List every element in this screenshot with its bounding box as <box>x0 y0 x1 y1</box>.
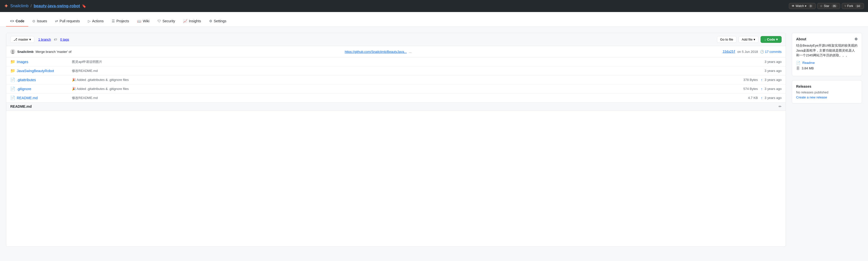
star-count: 35 <box>831 4 837 7</box>
watch-button[interactable]: 👁 Watch ▾ 0 <box>789 3 816 9</box>
file-commit-message: 🎉 Added .gitattributes & .gitignore file… <box>72 87 408 91</box>
star-icon: ☆ <box>820 4 823 8</box>
commit-author[interactable]: Snailclimb <box>17 50 34 54</box>
sidebar: About ⚙ 结合BeautyEye开源UI框架实现的较美观的Java桌面程序… <box>792 33 862 247</box>
fork-label: Fork <box>847 4 853 8</box>
file-row: 📁Images图灵api申请说明图片3 years ago <box>6 57 785 66</box>
file-name[interactable]: JavaSwingBeautyRobot <box>17 69 72 73</box>
tab-security[interactable]: 🛡 Security <box>154 16 179 27</box>
bookmark-icon[interactable]: 🔖 <box>82 4 86 8</box>
upload-icon: ↑ <box>761 96 763 100</box>
settings-tab-icon: ⚙ <box>209 19 212 23</box>
security-tab-icon: 🛡 <box>157 19 161 23</box>
commit-count: 🕐 17 commits <box>760 50 782 54</box>
about-label: About <box>796 37 806 41</box>
file-name[interactable]: Images <box>17 60 72 64</box>
file-commit-message: 图灵api申请说明图片 <box>72 60 418 64</box>
tab-issues-label: Issues <box>37 19 47 23</box>
tags-link[interactable]: 0 tags <box>60 37 69 41</box>
path-separator: / <box>31 4 32 8</box>
readme-link[interactable]: Readme <box>802 61 815 65</box>
go-to-file-button[interactable]: Go to file <box>717 36 737 43</box>
top-bar-left: ✦ Snailclimb / beauty-java-swing-robot 🔖 <box>4 3 86 9</box>
branch-meta: 1 branch 🏷 0 tags <box>38 37 69 41</box>
tab-pull-requests[interactable]: ⇄ Pull requests <box>51 16 84 27</box>
tab-code[interactable]: <> Code <box>6 16 28 27</box>
code-btn-label: Code <box>767 37 775 41</box>
tab-issues[interactable]: ⊙ Issues <box>28 16 51 27</box>
svg-point-2 <box>11 52 14 54</box>
commit-date: on 5 Jun 2018 <box>737 50 758 54</box>
repo-header: <> Code ⊙ Issues ⇄ Pull requests ▷ Actio… <box>0 12 868 27</box>
branch-name: master <box>18 37 28 41</box>
repo-size: 3.84 MB <box>802 66 814 70</box>
about-title: About ⚙ <box>796 37 858 41</box>
branch-selector[interactable]: ⎇ master ▾ <box>10 36 34 43</box>
wiki-tab-icon: 📖 <box>137 19 141 23</box>
tab-settings[interactable]: ⚙ Settings <box>205 16 231 27</box>
readme-header: README.md ✏ <box>6 103 785 111</box>
commit-link[interactable]: https://github.com/Snailclimb/BeautyJava… <box>345 50 407 54</box>
releases-empty: No releases published <box>796 90 858 94</box>
eye-icon: 👁 <box>792 4 795 8</box>
size-meta: 🗄 3.84 MB <box>796 66 858 70</box>
repo-owner-link[interactable]: Snailclimb <box>10 4 29 8</box>
readme-title: README.md <box>10 105 32 109</box>
fork-count: 14 <box>855 4 861 7</box>
database-icon: 🗄 <box>796 66 800 70</box>
tab-actions[interactable]: ▷ Actions <box>84 16 108 27</box>
create-release-link[interactable]: Create a new release <box>796 95 827 99</box>
file-row: 📁JavaSwingBeautyRobot修改README.md3 years … <box>6 66 785 76</box>
releases-title: Releases <box>796 84 858 88</box>
top-bar: ✦ Snailclimb / beauty-java-swing-robot 🔖… <box>0 0 868 12</box>
file-size: 378 Bytes <box>743 78 758 82</box>
star-button[interactable]: ☆ Star 35 <box>817 3 840 9</box>
repo-main-panel: ⎇ master ▾ 1 branch 🏷 0 tags Go to file … <box>6 33 786 247</box>
add-file-label: Add file <box>742 37 752 41</box>
tab-code-label: Code <box>16 19 24 23</box>
tab-wiki[interactable]: 📖 Wiki <box>133 16 153 27</box>
branches-link[interactable]: 1 branch <box>38 37 51 41</box>
file-icon: 📄 <box>10 86 15 91</box>
commit-hash[interactable]: 33da25f <box>723 50 736 53</box>
projects-tab-icon: ☰ <box>112 19 115 23</box>
download-icon: ↓ <box>764 37 766 41</box>
tab-projects-label: Projects <box>117 19 129 23</box>
file-name[interactable]: README.md <box>17 96 72 100</box>
about-section: About ⚙ 结合BeautyEye开源UI框架实现的较美观的Java桌面程序… <box>792 33 862 76</box>
tab-settings-label: Settings <box>214 19 227 23</box>
file-commit-message: 🎉 Added .gitattributes & .gitignore file… <box>72 78 408 82</box>
file-row: 📄.gitignore🎉 Added .gitattributes & .git… <box>6 84 785 93</box>
github-logo-icon[interactable]: ✦ <box>4 3 8 9</box>
edit-icon[interactable]: ✏ <box>779 105 782 109</box>
star-label: Star <box>824 4 829 8</box>
insights-tab-icon: 📈 <box>183 19 187 23</box>
issues-tab-icon: ⊙ <box>32 19 35 23</box>
code-dropdown-button[interactable]: ↓ Code ▾ <box>761 36 782 43</box>
history-icon: 🕐 <box>760 50 764 54</box>
repo-name-link[interactable]: beauty-java-swing-robot <box>34 4 80 8</box>
gear-icon[interactable]: ⚙ <box>855 37 858 41</box>
tab-insights[interactable]: 📈 Insights <box>179 16 205 27</box>
top-right-actions: 👁 Watch ▾ 0 ☆ Star 35 ⑂ Fork 14 <box>789 3 864 9</box>
nav-tabs: <> Code ⊙ Issues ⇄ Pull requests ▷ Actio… <box>6 16 862 27</box>
fork-button[interactable]: ⑂ Fork 14 <box>842 3 864 9</box>
file-commit-message: 修改README.md <box>72 69 418 73</box>
pr-tab-icon: ⇄ <box>55 19 58 23</box>
main-content: ⎇ master ▾ 1 branch 🏷 0 tags Go to file … <box>0 27 868 253</box>
fork-icon: ⑂ <box>844 4 846 8</box>
file-date: 3 years ago <box>765 69 782 72</box>
tab-actions-label: Actions <box>92 19 104 23</box>
upload-icon: ↑ <box>761 78 763 82</box>
file-name[interactable]: .gitignore <box>17 87 72 91</box>
tab-projects[interactable]: ☰ Projects <box>108 16 133 27</box>
watch-chevron-icon: ▾ <box>805 4 806 8</box>
book-icon: 📄 <box>796 61 800 65</box>
tab-pr-label: Pull requests <box>60 19 80 23</box>
commit-avatar <box>10 49 15 54</box>
file-name[interactable]: .gitattributes <box>17 78 72 82</box>
releases-section: Releases No releases published Create a … <box>792 80 862 104</box>
file-commit-message: 修改README.md <box>72 96 410 100</box>
add-file-button[interactable]: Add file ▾ <box>739 36 758 43</box>
tab-insights-label: Insights <box>189 19 201 23</box>
